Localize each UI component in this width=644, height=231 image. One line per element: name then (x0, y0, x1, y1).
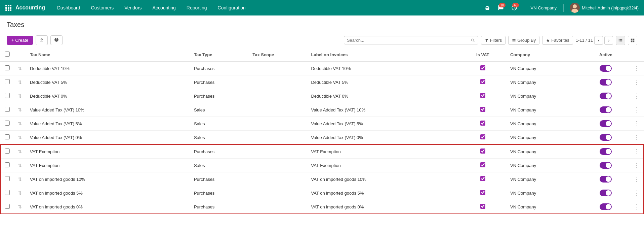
row-more-icon[interactable]: ⋮ (633, 134, 639, 141)
row-is-vat[interactable] (459, 144, 506, 159)
row-more[interactable]: ⋮ (629, 200, 644, 214)
prev-page-button[interactable]: ‹ (594, 36, 603, 45)
row-more[interactable]: ⋮ (629, 144, 644, 159)
row-tax-name[interactable]: Deductible VAT 0% (26, 89, 190, 103)
create-button[interactable]: + Create (7, 36, 33, 45)
row-checkbox[interactable] (5, 65, 10, 70)
drag-handle-cell[interactable]: ⇅ (14, 89, 26, 103)
row-active[interactable] (582, 103, 629, 117)
row-tax-name[interactable]: Deductible VAT 10% (26, 61, 190, 75)
is-vat-checkbox[interactable] (480, 107, 485, 112)
drag-handle-cell[interactable]: ⇅ (14, 172, 26, 186)
row-more-icon[interactable]: ⋮ (633, 203, 639, 210)
is-vat-checkbox[interactable] (480, 121, 485, 126)
row-checkbox[interactable] (5, 148, 10, 154)
drag-handle-cell[interactable]: ⇅ (14, 144, 26, 159)
row-checkbox[interactable] (5, 176, 10, 181)
export-button[interactable] (36, 35, 48, 45)
row-active[interactable] (582, 75, 629, 89)
drag-handle-icon[interactable]: ⇅ (18, 149, 22, 154)
active-toggle[interactable] (600, 203, 612, 210)
row-is-vat[interactable] (459, 172, 506, 186)
active-toggle[interactable] (600, 120, 612, 127)
active-toggle[interactable] (600, 148, 612, 155)
is-vat-checkbox[interactable] (480, 134, 485, 139)
row-active[interactable] (582, 172, 629, 186)
drag-handle-cell[interactable]: ⇅ (14, 75, 26, 89)
is-vat-checkbox[interactable] (480, 65, 485, 70)
active-toggle[interactable] (600, 176, 612, 183)
th-tax-name[interactable]: Tax Name (26, 48, 190, 61)
drag-handle-cell[interactable]: ⇅ (14, 131, 26, 145)
is-vat-checkbox[interactable] (480, 204, 485, 209)
row-more[interactable]: ⋮ (629, 61, 644, 75)
nav-dashboard[interactable]: Dashboard (52, 0, 86, 15)
th-select[interactable] (0, 48, 14, 61)
nav-accounting[interactable]: Accounting (147, 0, 181, 15)
active-toggle[interactable] (600, 79, 612, 86)
row-more-icon[interactable]: ⋮ (633, 79, 639, 86)
row-more[interactable]: ⋮ (629, 89, 644, 103)
drag-handle-icon[interactable]: ⇅ (18, 66, 22, 71)
row-more[interactable]: ⋮ (629, 75, 644, 89)
row-is-vat[interactable] (459, 103, 506, 117)
drag-handle-cell[interactable]: ⇅ (14, 186, 26, 200)
select-all-checkbox[interactable] (5, 52, 10, 57)
drag-handle-icon[interactable]: ⇅ (18, 121, 22, 126)
row-more-icon[interactable]: ⋮ (633, 65, 639, 72)
help-button[interactable] (50, 35, 63, 45)
apps-icon[interactable] (3, 3, 13, 13)
row-active[interactable] (582, 200, 629, 214)
row-checkbox[interactable] (5, 93, 10, 98)
th-is-vat[interactable]: Is VAT (459, 48, 506, 61)
row-active[interactable] (582, 61, 629, 75)
row-tax-name[interactable]: Value Added Tax (VAT) 10% (26, 103, 190, 117)
row-tax-name[interactable]: Value Added Tax (VAT) 0% (26, 131, 190, 145)
row-is-vat[interactable] (459, 75, 506, 89)
row-active[interactable] (582, 131, 629, 145)
debug-icon[interactable] (482, 2, 493, 13)
row-more-icon[interactable]: ⋮ (633, 106, 639, 113)
drag-handle-cell[interactable]: ⇅ (14, 103, 26, 117)
row-tax-name[interactable]: VAT on imported goods 10% (26, 172, 190, 186)
th-active[interactable]: Active (582, 48, 629, 61)
row-tax-name[interactable]: VAT Exemption (26, 144, 190, 159)
drag-handle-icon[interactable]: ⇅ (18, 135, 22, 140)
drag-handle-cell[interactable]: ⇅ (14, 61, 26, 75)
kanban-view-button[interactable] (628, 36, 637, 45)
row-more[interactable]: ⋮ (629, 131, 644, 145)
is-vat-checkbox[interactable] (480, 93, 485, 98)
is-vat-checkbox[interactable] (480, 162, 485, 167)
active-toggle[interactable] (600, 65, 612, 72)
row-more-icon[interactable]: ⋮ (633, 93, 639, 99)
activity-icon[interactable]: 46 (509, 2, 520, 13)
messages-icon[interactable]: 10 (495, 2, 506, 13)
nav-customers[interactable]: Customers (86, 0, 119, 15)
active-toggle[interactable] (600, 162, 612, 169)
nav-reporting[interactable]: Reporting (181, 0, 212, 15)
row-active[interactable] (582, 89, 629, 103)
row-is-vat[interactable] (459, 186, 506, 200)
row-active[interactable] (582, 159, 629, 172)
row-is-vat[interactable] (459, 61, 506, 75)
active-toggle[interactable] (600, 134, 612, 141)
active-toggle[interactable] (600, 106, 612, 113)
nav-vendors[interactable]: Vendors (119, 0, 147, 15)
row-active[interactable] (582, 117, 629, 131)
drag-handle-icon[interactable]: ⇅ (18, 107, 22, 112)
row-more-icon[interactable]: ⋮ (633, 176, 639, 183)
drag-handle-icon[interactable]: ⇅ (18, 163, 22, 168)
active-toggle[interactable] (600, 93, 612, 99)
row-is-vat[interactable] (459, 117, 506, 131)
row-tax-name[interactable]: Deductible VAT 5% (26, 75, 190, 89)
row-checkbox[interactable] (5, 190, 10, 195)
drag-handle-cell[interactable]: ⇅ (14, 159, 26, 172)
row-tax-name[interactable]: VAT on imported goods 5% (26, 186, 190, 200)
row-more[interactable]: ⋮ (629, 117, 644, 131)
th-tax-scope[interactable]: Tax Scope (248, 48, 307, 61)
is-vat-checkbox[interactable] (480, 190, 485, 195)
drag-handle-icon[interactable]: ⇅ (18, 204, 22, 209)
row-more[interactable]: ⋮ (629, 172, 644, 186)
groupby-button[interactable]: Group By (508, 36, 539, 45)
row-checkbox[interactable] (5, 121, 10, 126)
